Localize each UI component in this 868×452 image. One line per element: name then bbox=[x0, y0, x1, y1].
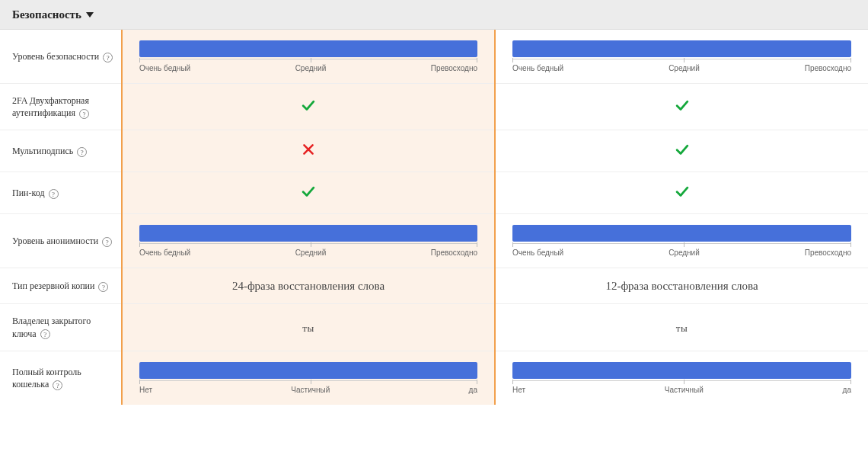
table-row: Уровень анонимности ? Очень бедный Средн… bbox=[0, 214, 868, 268]
section-title: Безопасность bbox=[12, 8, 81, 21]
row-label-text: Мультиподпись bbox=[12, 146, 73, 156]
row-label: Полный контроль кошелька ? bbox=[0, 351, 122, 405]
scale-label-max: да bbox=[843, 386, 851, 394]
row-label: Уровень анонимности ? bbox=[0, 214, 122, 268]
scale-label-min: Очень бедный bbox=[512, 248, 563, 257]
row-label: Владелец закрытого ключа ? bbox=[0, 304, 122, 351]
table-row: Владелец закрытого ключа ?тыты bbox=[0, 304, 868, 351]
scale-label-min: Очень бедный bbox=[512, 64, 563, 72]
row-label-text: Полный контроль кошелька bbox=[12, 367, 81, 389]
row-label: Тип резервной копии ? bbox=[0, 268, 122, 304]
scale-label-max: Превосходно bbox=[805, 248, 851, 257]
check-icon bbox=[300, 103, 317, 116]
value-col-b: Очень бедный Средний Превосходно bbox=[495, 214, 868, 268]
level-bar: Очень бедный Средний Превосходно bbox=[139, 40, 477, 72]
scale-label-mid: Частичный bbox=[665, 386, 704, 394]
scale-label-max: Превосходно bbox=[431, 64, 477, 72]
row-label-text: Уровень анонимности bbox=[12, 236, 98, 246]
help-icon[interactable]: ? bbox=[40, 329, 50, 339]
value-col-a: Нет Частичный да bbox=[122, 351, 495, 405]
scale-label-mid: Средний bbox=[295, 64, 327, 72]
text-value: ты bbox=[302, 322, 314, 334]
value-col-a bbox=[122, 172, 495, 214]
help-icon[interactable]: ? bbox=[77, 147, 87, 157]
help-icon[interactable]: ? bbox=[49, 189, 59, 199]
value-col-b bbox=[495, 84, 868, 130]
table-row: Уровень безопасности ? Очень бедный Сред… bbox=[0, 30, 868, 84]
row-label: Мультиподпись ? bbox=[0, 130, 122, 172]
table-row: Мультиподпись ? bbox=[0, 130, 868, 172]
text-value: 24-фраза восстановления слова bbox=[232, 280, 385, 292]
help-icon[interactable]: ? bbox=[103, 53, 113, 63]
scale-label-mid: Средний bbox=[669, 248, 700, 257]
scale-label-max: да bbox=[469, 386, 477, 394]
scale-label-mid: Средний bbox=[669, 64, 700, 72]
cross-icon bbox=[301, 146, 316, 159]
value-col-a: ты bbox=[122, 304, 495, 351]
check-icon bbox=[674, 147, 691, 160]
scale-label-min: Очень бедный bbox=[139, 64, 190, 72]
scale-label-min: Очень бедный bbox=[139, 248, 190, 257]
caret-down-icon bbox=[86, 12, 94, 18]
row-label-text: Владелец закрытого ключа bbox=[12, 316, 91, 338]
scale-label-max: Превосходно bbox=[805, 64, 851, 72]
value-col-b bbox=[495, 172, 868, 214]
row-label: Уровень безопасности ? bbox=[0, 30, 122, 84]
scale-label-min: Нет bbox=[512, 386, 525, 394]
section-header[interactable]: Безопасность bbox=[0, 0, 868, 30]
help-icon[interactable]: ? bbox=[79, 109, 89, 119]
value-col-a: Очень бедный Средний Превосходно bbox=[122, 30, 495, 84]
level-bar: Очень бедный Средний Превосходно bbox=[512, 225, 851, 257]
value-col-b: Очень бедный Средний Превосходно bbox=[495, 30, 868, 84]
row-label-text: Пин-код bbox=[12, 188, 45, 198]
check-icon bbox=[674, 103, 691, 116]
level-bar: Нет Частичный да bbox=[139, 362, 477, 394]
help-icon[interactable]: ? bbox=[98, 282, 108, 292]
value-col-a bbox=[122, 84, 495, 130]
help-icon[interactable]: ? bbox=[102, 237, 112, 247]
help-icon[interactable]: ? bbox=[53, 380, 62, 390]
row-label-text: 2FA Двухфакторная аутентификация bbox=[12, 95, 89, 118]
value-col-b: Нет Частичный да bbox=[495, 351, 868, 405]
row-label-text: Уровень безопасности bbox=[12, 51, 99, 62]
scale-label-mid: Частичный bbox=[291, 386, 330, 394]
table-row: Полный контроль кошелька ? Нет Частичный… bbox=[0, 351, 868, 405]
check-icon bbox=[674, 189, 691, 202]
check-icon bbox=[300, 189, 317, 202]
scale-label-max: Превосходно bbox=[431, 248, 477, 257]
level-bar: Очень бедный Средний Превосходно bbox=[512, 40, 851, 72]
value-col-b bbox=[495, 130, 868, 172]
value-col-a: Очень бедный Средний Превосходно bbox=[122, 214, 495, 268]
comparison-table: Уровень безопасности ? Очень бедный Сред… bbox=[0, 30, 868, 405]
table-row: Тип резервной копии ?24-фраза восстановл… bbox=[0, 268, 868, 304]
table-row: Пин-код ? bbox=[0, 172, 868, 214]
text-value: ты bbox=[676, 322, 688, 334]
row-label: Пин-код ? bbox=[0, 172, 122, 214]
row-label: 2FA Двухфакторная аутентификация ? bbox=[0, 84, 122, 130]
value-col-a bbox=[122, 130, 495, 172]
row-label-text: Тип резервной копии bbox=[12, 280, 94, 291]
scale-label-min: Нет bbox=[139, 386, 152, 394]
value-col-b: ты bbox=[495, 304, 868, 351]
table-row: 2FA Двухфакторная аутентификация ? bbox=[0, 84, 868, 130]
text-value: 12-фраза восстановления слова bbox=[605, 280, 758, 292]
scale-label-mid: Средний bbox=[295, 248, 327, 257]
value-col-b: 12-фраза восстановления слова bbox=[495, 268, 868, 304]
level-bar: Нет Частичный да bbox=[512, 362, 851, 394]
level-bar: Очень бедный Средний Превосходно bbox=[139, 225, 477, 257]
value-col-a: 24-фраза восстановления слова bbox=[122, 268, 495, 304]
